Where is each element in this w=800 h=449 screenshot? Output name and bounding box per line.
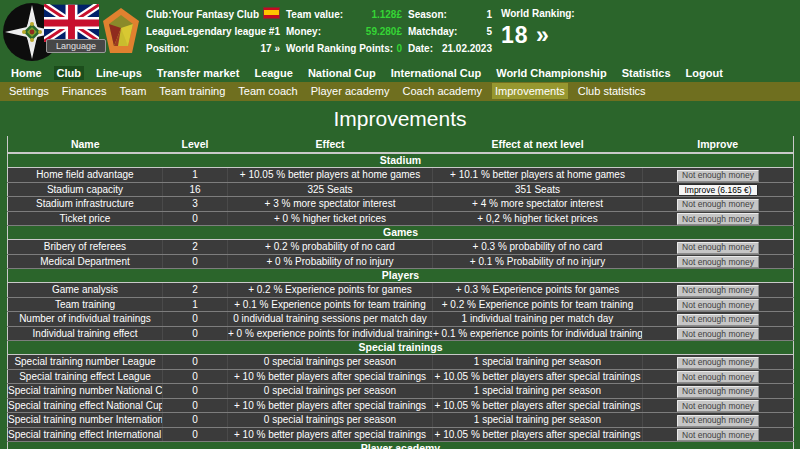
level-cell: 0 — [163, 211, 228, 226]
improve-cell: Not enough money — [643, 168, 794, 183]
level-cell: 2 — [163, 240, 228, 255]
matchday-label: Matchday: — [408, 23, 457, 40]
column-header-level: Level — [163, 136, 228, 153]
section-header-players: Players — [8, 269, 794, 283]
improve-button-disabled[interactable]: Not enough money — [677, 328, 759, 340]
effect-cell: + 0.2 % probability of no card — [228, 240, 433, 255]
nav-item-transfer-market[interactable]: Transfer market — [154, 66, 243, 80]
improve-button[interactable]: Improve (6.165 €) — [678, 184, 758, 196]
improve-cell: Not enough money — [643, 369, 794, 384]
nav-item-home[interactable]: Home — [8, 66, 45, 80]
level-cell: 0 — [163, 312, 228, 327]
improve-button-disabled[interactable]: Not enough money — [677, 213, 759, 225]
improve-button-disabled[interactable]: Not enough money — [677, 400, 759, 412]
improve-cell: Not enough money — [643, 240, 794, 255]
subnav-item-settings[interactable]: Settings — [6, 83, 52, 99]
improve-button-disabled[interactable]: Not enough money — [677, 386, 759, 398]
effect-cell: 0 individual training sessions per match… — [228, 312, 433, 327]
improve-cell: Not enough money — [643, 427, 794, 442]
effect-cell: 0 special trainings per season — [228, 355, 433, 370]
subnav-item-club-statistics[interactable]: Club statistics — [575, 83, 649, 99]
improvement-name-cell: Ticket price — [8, 211, 163, 226]
nav-item-statistics[interactable]: Statistics — [619, 66, 674, 80]
section-header-special-trainings: Special trainings — [8, 341, 794, 355]
table-row: Special training effect International Cu… — [8, 427, 794, 442]
column-header-improve: Improve — [643, 136, 794, 153]
effect-cell: 0 special trainings per season — [228, 384, 433, 399]
improvements-table: Name Level Effect Effect at next level I… — [7, 136, 794, 449]
effect-next-level-cell: 1 special training per season — [433, 355, 643, 370]
effect-next-level-cell: 1 special training per season — [433, 413, 643, 428]
nav-item-international-cup[interactable]: International Cup — [388, 66, 484, 80]
season-value: 1 — [486, 6, 492, 23]
team-value: 1.128£ — [371, 6, 402, 23]
improve-button-disabled[interactable]: Not enough money — [677, 357, 759, 369]
improve-button-disabled[interactable]: Not enough money — [677, 314, 759, 326]
chevron-right-icon: » — [536, 22, 550, 48]
section-header-stadium: Stadium — [8, 153, 794, 168]
nav-item-club[interactable]: Club — [54, 66, 84, 80]
subnav-item-finances[interactable]: Finances — [59, 83, 110, 99]
level-cell: 3 — [163, 197, 228, 212]
table-row: Bribery of referees2+ 0.2 % probability … — [8, 240, 794, 255]
table-row: Home field advantage1+ 10.05 % better pl… — [8, 168, 794, 183]
subnav-item-improvements[interactable]: Improvements — [492, 83, 568, 99]
table-row: Individual training effect0+ 0 % experie… — [8, 326, 794, 341]
level-cell: 0 — [163, 369, 228, 384]
date-label: Date: — [408, 40, 433, 57]
nav-item-league[interactable]: League — [251, 66, 296, 80]
language-button[interactable]: Language — [46, 39, 106, 53]
table-row: Stadium infrastructure3+ 3 % more specta… — [8, 197, 794, 212]
effect-next-level-cell: + 10.05 % better players after special t… — [433, 398, 643, 413]
effect-next-level-cell: + 10.05 % better players after special t… — [433, 369, 643, 384]
nav-item-world-championship[interactable]: World Championship — [493, 66, 609, 80]
table-row: Special training effect National Cup0+ 1… — [8, 398, 794, 413]
subnav-item-coach-academy[interactable]: Coach academy — [400, 83, 486, 99]
effect-next-level-cell: + 0,2 % higher ticket prices — [433, 211, 643, 226]
effect-next-level-cell: + 0.1 % experience points for individual… — [433, 326, 643, 341]
world-ranking-link[interactable]: 18 » — [501, 22, 575, 48]
world-ranking-points-value: 0 — [396, 40, 402, 57]
improve-button-disabled[interactable]: Not enough money — [677, 371, 759, 383]
level-cell: 16 — [163, 182, 228, 197]
improve-button-disabled[interactable]: Not enough money — [677, 170, 759, 182]
improvement-name-cell: Special training number League — [8, 355, 163, 370]
improvement-name-cell: Special training effect League — [8, 369, 163, 384]
subnav-item-team[interactable]: Team — [116, 83, 149, 99]
position-link-icon[interactable]: » — [274, 43, 280, 54]
improve-cell: Not enough money — [643, 384, 794, 399]
season-label: Season: — [408, 6, 447, 23]
improvement-name-cell: Medical Department — [8, 254, 163, 269]
table-row: Special training number League00 special… — [8, 355, 794, 370]
effect-next-level-cell: + 10.1 % better players at home games — [433, 168, 643, 183]
improve-button-disabled[interactable]: Not enough money — [677, 415, 759, 427]
nav-item-national-cup[interactable]: National Cup — [305, 66, 379, 80]
nav-item-logout[interactable]: Logout — [683, 66, 726, 80]
subnav-item-team-coach[interactable]: Team coach — [235, 83, 300, 99]
improve-button-disabled[interactable]: Not enough money — [677, 429, 759, 441]
column-header-name: Name — [8, 136, 163, 153]
table-row: Medical Department0+ 0 % Probability of … — [8, 254, 794, 269]
uk-flag-icon[interactable] — [44, 4, 99, 42]
effect-next-level-cell: + 0.3 % Experience points for games — [433, 283, 643, 298]
effect-cell: + 0.1 % Experience points for team train… — [228, 297, 433, 312]
improve-cell: Not enough money — [643, 197, 794, 212]
effect-next-level-cell: 351 Seats — [433, 182, 643, 197]
improve-cell: Not enough money — [643, 297, 794, 312]
improve-button-disabled[interactable]: Not enough money — [677, 285, 759, 297]
improve-cell: Not enough money — [643, 398, 794, 413]
effect-cell: 325 Seats — [228, 182, 433, 197]
improve-button-disabled[interactable]: Not enough money — [677, 256, 759, 268]
subnav-item-team-training[interactable]: Team training — [156, 83, 228, 99]
improvement-name-cell: Stadium capacity — [8, 182, 163, 197]
improve-button-disabled[interactable]: Not enough money — [677, 199, 759, 211]
nav-item-line-ups[interactable]: Line-ups — [93, 66, 145, 80]
improve-cell: Not enough money — [643, 312, 794, 327]
team-value-label: Team value: — [286, 6, 343, 23]
effect-cell: + 0 % experience points for individual t… — [228, 326, 433, 341]
improve-button-disabled[interactable]: Not enough money — [677, 299, 759, 311]
improve-cell: Improve (6.165 €) — [643, 182, 794, 197]
subnav-item-player-academy[interactable]: Player academy — [308, 83, 393, 99]
improve-button-disabled[interactable]: Not enough money — [677, 242, 759, 254]
improvement-name-cell: Special training number National Cup — [8, 384, 163, 399]
